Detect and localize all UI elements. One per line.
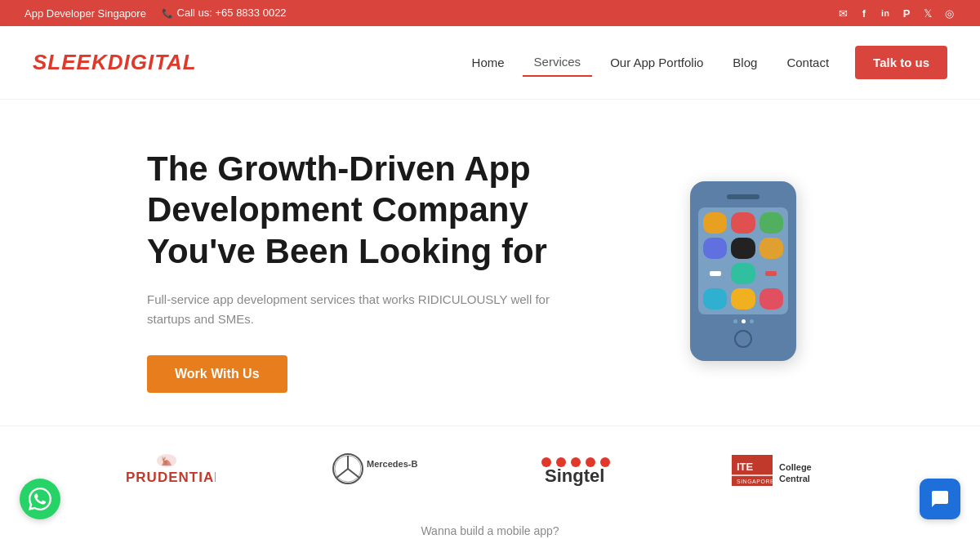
chat-button[interactable] xyxy=(920,479,960,519)
app-icon xyxy=(760,263,783,284)
app-icon xyxy=(703,238,727,259)
hero-subtitle: Full-service app development services th… xyxy=(147,290,572,329)
top-bar: App Developer Singapore Call us: +65 883… xyxy=(0,0,980,26)
prudential-svg: PRUDENTIAL 🦌 xyxy=(118,451,216,492)
nav-blog[interactable]: Blog xyxy=(721,49,768,76)
brand-name: App Developer Singapore xyxy=(24,7,146,20)
hero-section: The Growth-Driven App Development Compan… xyxy=(0,100,980,425)
hero-text: The Growth-Driven App Development Compan… xyxy=(147,149,572,393)
app-icon xyxy=(731,212,755,234)
chat-icon xyxy=(930,489,950,509)
svg-line-6 xyxy=(336,469,348,478)
svg-line-7 xyxy=(348,469,359,478)
svg-text:Singtel: Singtel xyxy=(545,466,604,486)
app-icon xyxy=(703,288,727,310)
svg-text:🦌: 🦌 xyxy=(160,456,171,466)
svg-text:ITE: ITE xyxy=(737,461,754,473)
ite-college-central-logo: ITE SINGAPORE College Central xyxy=(732,451,862,492)
svg-text:Central: Central xyxy=(779,474,810,483)
app-icon xyxy=(731,288,755,310)
phone-illustration xyxy=(653,181,833,361)
email-icon[interactable] xyxy=(836,7,849,20)
facebook-icon[interactable] xyxy=(858,7,871,20)
twitter-icon[interactable] xyxy=(921,7,934,20)
app-icon xyxy=(703,212,727,234)
phone-screen xyxy=(698,207,788,314)
app-icon xyxy=(760,212,783,234)
header: SLEEKDIGITAL Home Services Our App Portf… xyxy=(0,26,980,100)
nav: Home Services Our App Portfolio Blog Con… xyxy=(461,46,947,79)
phone-speaker xyxy=(727,194,760,199)
hero-title: The Growth-Driven App Development Compan… xyxy=(147,149,572,272)
logo[interactable]: SLEEKDIGITAL xyxy=(33,50,197,75)
whatsapp-icon xyxy=(29,488,51,510)
phone-number: Call us: +65 8833 0022 xyxy=(177,7,287,19)
app-icon xyxy=(731,263,755,284)
nav-services[interactable]: Services xyxy=(523,48,593,77)
app-icon xyxy=(731,238,755,259)
phone-icon xyxy=(161,7,174,20)
singtel-logo: Singtel xyxy=(522,451,628,492)
pinterest-icon[interactable] xyxy=(900,7,913,20)
phone-home-button xyxy=(734,330,752,348)
phone xyxy=(690,181,796,361)
singtel-svg: Singtel xyxy=(522,451,628,492)
mercedes-benz-logo: Mercedes-Benz xyxy=(319,451,417,492)
work-with-us-button[interactable]: Work With Us xyxy=(147,355,287,393)
svg-text:SINGAPORE: SINGAPORE xyxy=(737,479,774,484)
phone-contact: Call us: +65 8833 0022 xyxy=(161,7,287,20)
svg-text:Mercedes-Benz: Mercedes-Benz xyxy=(367,459,417,469)
ite-svg: ITE SINGAPORE College Central xyxy=(732,451,862,492)
whatsapp-button[interactable] xyxy=(20,479,60,519)
app-icon xyxy=(760,288,783,310)
prudential-logo: PRUDENTIAL 🦌 xyxy=(118,451,216,492)
svg-text:College: College xyxy=(779,462,812,472)
social-icons xyxy=(836,7,956,20)
app-icon xyxy=(703,263,727,284)
svg-text:PRUDENTIAL: PRUDENTIAL xyxy=(126,470,216,485)
instagram-icon[interactable] xyxy=(942,7,956,20)
app-icon xyxy=(760,238,783,259)
logos-bar: PRUDENTIAL 🦌 Mercedes-Benz xyxy=(0,425,980,516)
talk-to-us-button[interactable]: Talk to us xyxy=(855,46,947,79)
linkedin-icon[interactable] xyxy=(879,7,892,20)
nav-contact[interactable]: Contact xyxy=(775,49,840,76)
bottom-tagline: Wanna build a mobile app? xyxy=(0,516,980,539)
mercedes-svg: Mercedes-Benz xyxy=(319,451,417,492)
nav-portfolio[interactable]: Our App Portfolio xyxy=(599,49,715,76)
nav-home[interactable]: Home xyxy=(461,49,516,76)
